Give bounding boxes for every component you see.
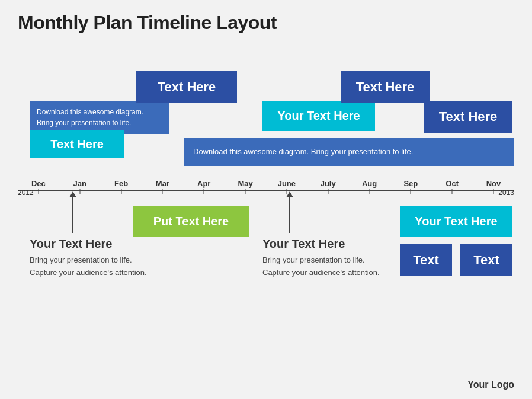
bar-center: Download this awesome diagram. Bring you… <box>184 138 514 166</box>
left-heading: Your Text Here <box>30 237 148 251</box>
cyan-box-right-below: Your Text Here <box>400 206 512 237</box>
year-left: 2012 <box>18 189 34 197</box>
month-may: May <box>225 179 266 188</box>
months-row: Dec Jan Feb Mar Apr May June July Aug Se… <box>18 179 514 188</box>
center-heading: Your Text Here <box>262 237 393 251</box>
text-box-right: Text <box>460 244 512 276</box>
info-box-left: Download this awesome diagram. Bring you… <box>30 101 169 134</box>
month-dec: Dec <box>18 179 59 188</box>
arrow-june <box>286 191 293 233</box>
slide-title: Monthly Plan Timeline Layout <box>18 12 514 34</box>
timeline-area: Download this awesome diagram. Bring you… <box>18 53 514 352</box>
cyan-box-left: Text Here <box>30 130 124 158</box>
arrow-june-head <box>286 191 293 197</box>
month-july: July <box>307 179 349 188</box>
text-below-left: Your Text Here Bring your presentation t… <box>30 237 148 279</box>
month-sep: Sep <box>390 179 431 188</box>
logo: Your Logo <box>467 379 514 390</box>
dark-blue-box-top-center: Text Here <box>136 71 237 103</box>
month-mar: Mar <box>142 179 183 188</box>
text-below-center: Your Text Here Bring your presentation t… <box>262 237 393 279</box>
cyan-box-center: Your Text Here <box>262 101 375 131</box>
green-box: Put Text Here <box>133 206 249 237</box>
month-jan: Jan <box>59 179 101 188</box>
text-box-left: Text <box>400 244 452 276</box>
slide: Monthly Plan Timeline Layout Download th… <box>0 0 532 399</box>
arrow-jan <box>69 191 76 233</box>
arrow-jan-line <box>72 197 73 233</box>
month-nov: Nov <box>473 179 514 188</box>
center-body: Bring your presentation to life. Capture… <box>262 254 393 279</box>
month-apr: Apr <box>183 179 225 188</box>
month-aug: Aug <box>349 179 390 188</box>
month-feb: Feb <box>101 179 142 188</box>
year-right: 2013 <box>498 189 514 197</box>
month-oct: Oct <box>431 179 473 188</box>
timeline-axis <box>18 190 514 191</box>
left-body: Bring your presentation to life. Capture… <box>30 254 148 279</box>
arrow-jan-head <box>69 191 76 197</box>
dark-blue-box-top-right: Text Here <box>341 71 430 103</box>
dark-blue-box-top-right2: Text Here <box>424 101 512 133</box>
month-june: June <box>266 179 307 188</box>
arrow-june-line <box>289 197 290 233</box>
